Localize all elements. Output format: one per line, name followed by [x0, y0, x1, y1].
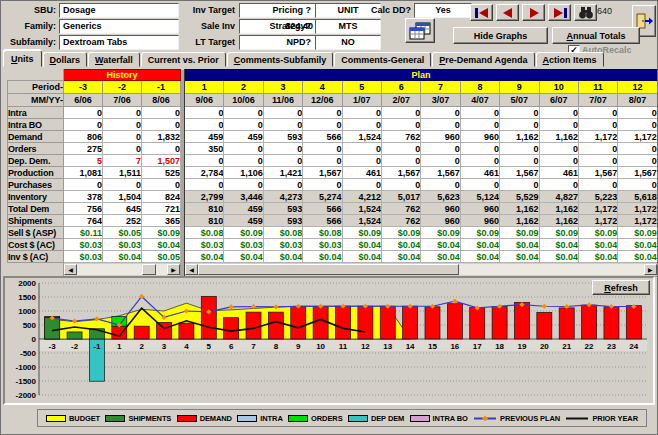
grid-cell[interactable]: $0.04: [578, 251, 617, 263]
grid-cell[interactable]: $0.09: [142, 227, 181, 239]
grid-cell[interactable]: 0: [263, 155, 302, 167]
nav-prev-button[interactable]: [496, 4, 519, 21]
grid-cell[interactable]: $0.08: [185, 227, 224, 239]
grid-cell[interactable]: 0: [381, 179, 420, 191]
tab-comments-subfamily[interactable]: Comments-Subfamily: [227, 52, 334, 67]
grid-cell[interactable]: 0: [224, 179, 263, 191]
grid-cell[interactable]: 0: [578, 119, 617, 131]
calc-dd-field[interactable]: Yes: [414, 3, 472, 18]
npd-field[interactable]: NO: [315, 35, 381, 50]
tab-waterfall[interactable]: Waterfall: [88, 52, 140, 67]
grid-cell[interactable]: 0: [421, 143, 460, 155]
grid-cell[interactable]: 0: [303, 143, 342, 155]
grid-cell[interactable]: $0.04: [421, 251, 460, 263]
grid-cell[interactable]: 2,784: [185, 167, 224, 179]
grid-cell[interactable]: 0: [539, 155, 578, 167]
grid-cell[interactable]: 1,567: [500, 167, 539, 179]
grid-cell[interactable]: 461: [460, 167, 499, 179]
grid-cell[interactable]: 0: [421, 155, 460, 167]
grid-cell[interactable]: 1,567: [421, 167, 460, 179]
grid-cell[interactable]: $0.03: [224, 239, 263, 251]
grid-cell[interactable]: 0: [578, 107, 617, 119]
grid-cell[interactable]: 0: [421, 107, 460, 119]
grid-cell[interactable]: 5: [64, 155, 103, 167]
grid-cell[interactable]: $0.09: [618, 227, 658, 239]
scroll-right-icon[interactable]: ▶: [644, 264, 657, 275]
grid-cell[interactable]: $0.04: [103, 251, 142, 263]
grid-cell[interactable]: 0: [185, 179, 224, 191]
grid-cell[interactable]: $0.04: [460, 251, 499, 263]
grid-cell[interactable]: $0.04: [578, 239, 617, 251]
grid-cell[interactable]: $0.04: [618, 239, 658, 251]
grid-cell[interactable]: 1,172: [578, 131, 617, 143]
nav-first-button[interactable]: [470, 4, 493, 21]
family-field[interactable]: Generics: [59, 19, 179, 34]
grid-cell[interactable]: 960: [421, 131, 460, 143]
grid-cell[interactable]: 0: [460, 155, 499, 167]
grid-cell[interactable]: 0: [381, 107, 420, 119]
hide-graphs-button[interactable]: Hide Graphs: [453, 27, 548, 44]
grid-cell[interactable]: $0.08: [263, 227, 302, 239]
grid-cell[interactable]: $0.08: [303, 227, 342, 239]
grid-cell[interactable]: 645: [103, 203, 142, 215]
grid-cell[interactable]: 824: [142, 191, 181, 203]
grid-cell[interactable]: 275: [64, 143, 103, 155]
grid-cell[interactable]: 0: [578, 143, 617, 155]
grid-cell[interactable]: $0.09: [578, 227, 617, 239]
grid-cell[interactable]: 0: [618, 119, 658, 131]
grid-cell[interactable]: $0.04: [618, 251, 658, 263]
grid-cell[interactable]: 1,567: [618, 167, 658, 179]
grid-cell[interactable]: $0.04: [303, 251, 342, 263]
grid-cell[interactable]: 0: [142, 119, 181, 131]
nav-last-button[interactable]: [548, 4, 571, 21]
grid-cell[interactable]: 0: [342, 119, 381, 131]
grid-cell[interactable]: 7: [103, 155, 142, 167]
grid-cell[interactable]: 0: [618, 155, 658, 167]
grid-cell[interactable]: 459: [224, 131, 263, 143]
tab-comments-general[interactable]: Comments-General: [334, 52, 431, 67]
grid-cell[interactable]: 0: [539, 119, 578, 131]
grid-cell[interactable]: 0: [578, 179, 617, 191]
grid-cell[interactable]: $0.09: [381, 227, 420, 239]
grid-cell[interactable]: 0: [460, 179, 499, 191]
grid-cell[interactable]: 0: [421, 119, 460, 131]
grid-cell[interactable]: 378: [64, 191, 103, 203]
grid-cell[interactable]: $0.04: [342, 251, 381, 263]
grid-cell[interactable]: 0: [578, 155, 617, 167]
grid-cell[interactable]: 461: [342, 167, 381, 179]
grid-cell[interactable]: 0: [539, 179, 578, 191]
grid-cell[interactable]: $0.09: [500, 227, 539, 239]
tab-action-items[interactable]: Action Items: [536, 52, 604, 67]
scroll-track[interactable]: [198, 264, 644, 275]
grid-cell[interactable]: 0: [500, 107, 539, 119]
grid-cell[interactable]: $0.03: [64, 251, 103, 263]
grid-cell[interactable]: 960: [460, 131, 499, 143]
grid-cell[interactable]: 0: [500, 179, 539, 191]
grid-cell[interactable]: 0: [342, 107, 381, 119]
grid-cell[interactable]: $0.04: [185, 251, 224, 263]
grid-cell[interactable]: $0.05: [103, 227, 142, 239]
grid-cell[interactable]: $0.05: [142, 251, 181, 263]
grid-cell[interactable]: 0: [103, 131, 142, 143]
grid-cell[interactable]: $0.04: [460, 239, 499, 251]
refresh-button[interactable]: Refresh: [592, 280, 650, 295]
tab-units[interactable]: Units: [3, 50, 42, 67]
grid-cell[interactable]: $0.04: [500, 239, 539, 251]
scroll-thumb[interactable]: [142, 264, 156, 275]
grid-cell[interactable]: 1,162: [539, 131, 578, 143]
grid-cell[interactable]: 0: [224, 155, 263, 167]
grid-cell[interactable]: 1,511: [103, 167, 142, 179]
find-button[interactable]: [574, 4, 597, 21]
grid-cell[interactable]: 0: [263, 119, 302, 131]
grid-cell[interactable]: 721: [142, 203, 181, 215]
grid-cell[interactable]: 1,421: [263, 167, 302, 179]
grid-cell[interactable]: 1,567: [303, 167, 342, 179]
grid-cell[interactable]: 0: [460, 119, 499, 131]
grid-cell[interactable]: $0.09: [539, 227, 578, 239]
grid-cell[interactable]: 0: [303, 119, 342, 131]
grid-cell[interactable]: 0: [500, 143, 539, 155]
scroll-right-icon[interactable]: ▶: [167, 264, 180, 275]
grid-cell[interactable]: 0: [342, 155, 381, 167]
grid-cell[interactable]: 0: [303, 179, 342, 191]
horizontal-scrollbar[interactable]: ◀▶: [64, 264, 180, 275]
